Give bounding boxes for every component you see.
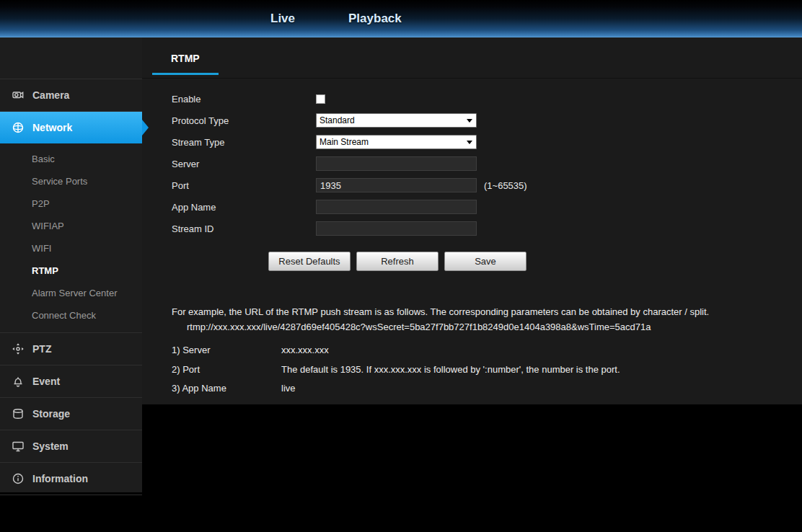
top-navigation: Live Playback <box>0 0 802 37</box>
stream-type-select-wrap: Main Stream <box>316 135 477 149</box>
tab-live[interactable]: Live <box>270 12 295 26</box>
reset-defaults-button[interactable]: Reset Defaults <box>268 252 351 271</box>
sidebar-item-label: System <box>32 440 69 452</box>
port-range-hint: (1~65535) <box>484 180 527 191</box>
stream-type-row: Stream Type Main Stream <box>142 131 802 153</box>
sidebar-item-ptz[interactable]: PTZ <box>0 332 142 365</box>
storage-icon <box>12 407 25 420</box>
port-row: Port (1~65535) <box>142 174 802 196</box>
rtmp-form: Enable Protocol Type Standard Stream Typ… <box>142 88 802 239</box>
sidebar-subitem-service-ports[interactable]: Service Ports <box>0 170 142 192</box>
sidebar: Camera Network Basic Service Ports P2P W… <box>0 37 142 492</box>
help-item-value: The default is 1935. If xxx.xxx.xxx is f… <box>281 363 802 376</box>
app-name-label: App Name <box>172 202 316 213</box>
protocol-type-label: Protocol Type <box>172 115 316 126</box>
sidebar-subitem-rtmp[interactable]: RTMP <box>0 260 142 282</box>
tab-playback[interactable]: Playback <box>348 12 402 26</box>
sidebar-subitem-p2p[interactable]: P2P <box>0 192 142 215</box>
sidebar-subitem-connect-check[interactable]: Connect Check <box>0 304 142 327</box>
sidebar-item-camera[interactable]: Camera <box>0 79 142 111</box>
help-item-name: 1) Server <box>172 344 281 357</box>
help-items: 1) Server xxx.xxx.xxx 2) Port The defaul… <box>172 344 802 404</box>
server-label: Server <box>172 159 316 169</box>
system-icon <box>12 440 25 453</box>
help-item-name: 3) App Name <box>172 382 281 395</box>
app-name-input[interactable] <box>316 200 477 214</box>
sidebar-item-information[interactable]: Information <box>0 462 142 495</box>
sidebar-item-label: Network <box>32 122 72 133</box>
button-row: Reset Defaults Refresh Save <box>142 252 802 271</box>
sidebar-subitem-wifi[interactable]: WIFI <box>0 237 142 260</box>
protocol-type-row: Protocol Type Standard <box>142 110 802 131</box>
help-item-value: live <box>281 382 802 395</box>
help-section: For example, the URL of the RTMP push st… <box>142 306 802 404</box>
sidebar-item-storage[interactable]: Storage <box>0 397 142 430</box>
port-input[interactable] <box>316 178 477 192</box>
sidebar-subitem-wifiap[interactable]: WIFIAP <box>0 215 142 237</box>
app-name-row: App Name <box>142 196 802 218</box>
information-icon <box>12 472 25 485</box>
ptz-icon <box>12 342 25 355</box>
enable-label: Enable <box>172 94 316 105</box>
stream-type-label: Stream Type <box>172 137 316 148</box>
sidebar-item-label: PTZ <box>32 343 51 355</box>
sidebar-menu: Camera Network Basic Service Ports P2P W… <box>0 79 142 495</box>
sidebar-item-label: Storage <box>32 408 70 420</box>
help-item-app-name: 3) App Name live <box>172 382 802 395</box>
port-label: Port <box>172 180 316 191</box>
help-item-name: 4) Stream ID <box>172 402 281 404</box>
content-header: RTMP <box>142 37 802 79</box>
protocol-type-select[interactable]: Standard <box>316 113 477 128</box>
stream-id-input[interactable] <box>316 221 477 236</box>
network-submenu: Basic Service Ports P2P WIFIAP WIFI RTMP… <box>0 143 142 332</box>
help-item-port: 2) Port The default is 1935. If xxx.xxx.… <box>172 363 802 376</box>
enable-checkbox[interactable] <box>316 94 325 104</box>
sidebar-item-label: Event <box>32 376 60 387</box>
enable-row: Enable <box>142 88 802 110</box>
help-item-name: 2) Port <box>172 363 281 376</box>
help-example-url: rtmp://xxx.xxx.xxx/live/4287d69ef405428c… <box>172 321 802 334</box>
sidebar-subitem-basic[interactable]: Basic <box>0 148 142 170</box>
stream-id-label: Stream ID <box>172 223 316 234</box>
help-item-server: 1) Server xxx.xxx.xxx <box>172 344 802 357</box>
refresh-button[interactable]: Refresh <box>356 252 439 271</box>
sidebar-item-label: Information <box>32 473 88 484</box>
sidebar-item-label: Camera <box>32 89 69 101</box>
sidebar-subitem-alarm-server-center[interactable]: Alarm Server Center <box>0 282 142 304</box>
save-button[interactable]: Save <box>444 252 526 271</box>
server-input[interactable] <box>316 156 477 171</box>
help-item-stream-id: 4) Stream ID 4287d69ef405428c?wsSecret=5… <box>172 402 802 404</box>
stream-type-select[interactable]: Main Stream <box>316 135 477 149</box>
network-icon <box>12 121 25 134</box>
server-row: Server <box>142 153 802 174</box>
help-item-value: xxx.xxx.xxx <box>281 344 802 357</box>
main-content: RTMP Enable Protocol Type Standard Strea… <box>142 37 802 404</box>
camera-icon <box>12 89 25 102</box>
stream-id-row: Stream ID <box>142 218 802 239</box>
sidebar-item-system[interactable]: System <box>0 430 142 462</box>
protocol-type-select-wrap: Standard <box>316 113 477 128</box>
event-icon <box>12 375 25 388</box>
tab-rtmp[interactable]: RTMP <box>152 37 219 75</box>
help-line1: For example, the URL of the RTMP push st… <box>172 306 802 319</box>
sidebar-item-network[interactable]: Network <box>0 111 142 143</box>
help-item-value: 4287d69ef405428c?wsSecret=5ba27f7bb727f1… <box>281 402 802 404</box>
sidebar-item-event[interactable]: Event <box>0 365 142 397</box>
